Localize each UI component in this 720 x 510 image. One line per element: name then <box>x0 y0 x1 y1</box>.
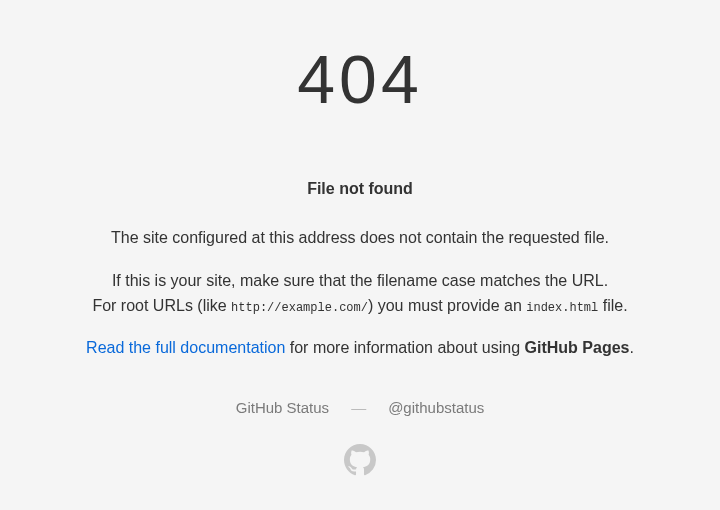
documentation-line: Read the full documentation for more inf… <box>86 336 634 361</box>
docs-mid-text: for more information about using <box>285 339 524 356</box>
example-url-code: http://example.com/ <box>231 301 368 315</box>
footer-links: GitHub Status — @githubstatus <box>236 399 485 416</box>
hint-line2-part1: For root URLs (like <box>92 297 231 314</box>
footer-separator: — <box>351 399 366 416</box>
hint-line2-part3: file. <box>598 297 627 314</box>
github-logo-link[interactable] <box>344 444 376 480</box>
index-html-code: index.html <box>526 301 598 315</box>
file-not-found-heading: File not found <box>307 180 413 198</box>
github-status-link[interactable]: GitHub Status <box>236 399 329 416</box>
githubstatus-handle-link[interactable]: @githubstatus <box>388 399 484 416</box>
github-icon <box>344 444 376 476</box>
docs-end-text: . <box>629 339 633 356</box>
error-code: 404 <box>297 40 422 118</box>
hint-line2-part2: ) you must provide an <box>368 297 526 314</box>
hint-line1: If this is your site, make sure that the… <box>112 272 608 289</box>
read-docs-link[interactable]: Read the full documentation <box>86 339 285 356</box>
heading-text: File not found <box>307 180 413 197</box>
filename-case-hint: If this is your site, make sure that the… <box>92 269 627 319</box>
github-pages-strong: GitHub Pages <box>525 339 630 356</box>
missing-file-message: The site configured at this address does… <box>111 226 609 251</box>
